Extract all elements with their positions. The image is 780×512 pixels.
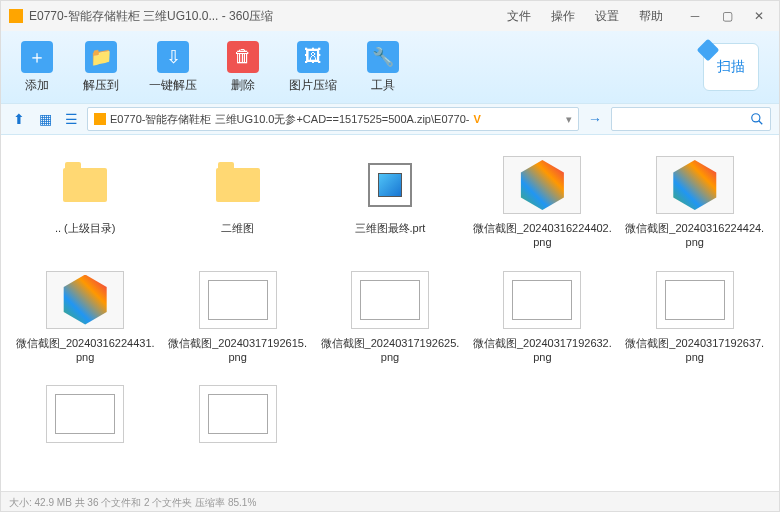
extract-button[interactable]: 📁 解压到	[83, 41, 119, 94]
thumbnail	[45, 155, 125, 215]
status-text: 大小: 42.9 MB 共 36 个文件和 2 个文件夹 压缩率 85.1%	[9, 496, 256, 510]
menu-settings[interactable]: 设置	[595, 8, 619, 25]
scan-cube-icon	[697, 39, 720, 62]
go-button[interactable]: →	[585, 109, 605, 129]
file-label: 微信截图_20240317192615.png	[168, 336, 308, 365]
file-item[interactable]: 二维图	[161, 147, 313, 258]
svg-point-0	[752, 114, 760, 122]
view-icons-button[interactable]: ▦	[35, 109, 55, 129]
pathbar: ⬆ ▦ ☰ E0770-智能存储鞋柜 三维UG10.0无参+CAD==15175…	[1, 103, 779, 135]
image-icon: 🖼	[297, 41, 329, 73]
file-grid: .. (上级目录)二维图三维图最终.prt微信截图_20240316224402…	[1, 135, 779, 491]
delete-button[interactable]: 🗑 删除	[227, 41, 259, 94]
file-item[interactable]: 微信截图_20240317192637.png	[619, 262, 771, 373]
thumbnail	[502, 155, 582, 215]
file-label: 三维图最终.prt	[355, 221, 426, 235]
add-button[interactable]: ＋ 添加	[21, 41, 53, 94]
archive-icon	[94, 113, 106, 125]
image-compress-button[interactable]: 🖼 图片压缩	[289, 41, 337, 94]
image-thumb	[351, 271, 429, 329]
tools-icon: 🔧	[367, 41, 399, 73]
toolbar: ＋ 添加 📁 解压到 ⇩ 一键解压 🗑 删除 🖼 图片压缩 🔧 工具 扫描	[1, 31, 779, 103]
thumbnail	[655, 155, 735, 215]
up-button[interactable]: ⬆	[9, 109, 29, 129]
thumbnail	[655, 270, 735, 330]
app-icon	[9, 9, 23, 23]
scan-section: 扫描	[703, 43, 759, 91]
prt-icon	[368, 163, 412, 207]
thumbnail	[45, 270, 125, 330]
file-item[interactable]: 三维图最终.prt	[314, 147, 466, 258]
folder-icon	[216, 168, 260, 202]
thumbnail	[198, 155, 278, 215]
search-input[interactable]	[611, 107, 771, 131]
folder-icon	[63, 168, 107, 202]
file-item[interactable]: 微信截图_20240316224424.png	[619, 147, 771, 258]
delete-icon: 🗑	[227, 41, 259, 73]
file-item[interactable]: 微信截图_20240316224402.png	[466, 147, 618, 258]
path-input[interactable]: E0770-智能存储鞋柜 三维UG10.0无参+CAD==1517525=500…	[87, 107, 579, 131]
image-thumb	[199, 271, 277, 329]
image-thumb	[46, 271, 124, 329]
statusbar: 大小: 42.9 MB 共 36 个文件和 2 个文件夹 压缩率 85.1%	[1, 491, 779, 512]
menu-file[interactable]: 文件	[507, 8, 531, 25]
thumbnail	[502, 270, 582, 330]
image-thumb	[503, 271, 581, 329]
menu-help[interactable]: 帮助	[639, 8, 663, 25]
svg-line-1	[759, 121, 763, 125]
path-text: E0770-智能存储鞋柜 三维UG10.0无参+CAD==1517525=500…	[110, 112, 470, 127]
thumbnail	[45, 384, 125, 444]
thumbnail	[350, 270, 430, 330]
image-thumb	[46, 385, 124, 443]
extract-icon: 📁	[85, 41, 117, 73]
titlebar: E0770-智能存储鞋柜 三维UG10.0... - 360压缩 文件 操作 设…	[1, 1, 779, 31]
file-label: 微信截图_20240316224402.png	[472, 221, 612, 250]
thumbnail	[198, 384, 278, 444]
file-label: .. (上级目录)	[55, 221, 116, 235]
file-item[interactable]	[161, 376, 313, 458]
image-thumb	[656, 271, 734, 329]
menu-operation[interactable]: 操作	[551, 8, 575, 25]
oneclick-icon: ⇩	[157, 41, 189, 73]
close-button[interactable]: ✕	[747, 4, 771, 28]
file-item[interactable]: 微信截图_20240317192632.png	[466, 262, 618, 373]
image-thumb	[656, 156, 734, 214]
file-item[interactable]	[9, 376, 161, 458]
view-list-button[interactable]: ☰	[61, 109, 81, 129]
file-label: 微信截图_20240317192637.png	[625, 336, 765, 365]
thumbnail	[350, 155, 430, 215]
oneclick-button[interactable]: ⇩ 一键解压	[149, 41, 197, 94]
file-item[interactable]: .. (上级目录)	[9, 147, 161, 258]
path-dropdown-icon[interactable]: ▾	[566, 113, 572, 126]
window-title: E0770-智能存储鞋柜 三维UG10.0... - 360压缩	[29, 8, 507, 25]
image-thumb	[503, 156, 581, 214]
file-item[interactable]: 微信截图_20240317192625.png	[314, 262, 466, 373]
scan-button[interactable]: 扫描	[703, 43, 759, 91]
window-controls: ─ ▢ ✕	[683, 4, 771, 28]
file-label: 微信截图_20240316224424.png	[625, 221, 765, 250]
search-icon	[750, 112, 764, 126]
file-item[interactable]: 微信截图_20240317192615.png	[161, 262, 313, 373]
path-badge-icon: V	[474, 113, 481, 125]
maximize-button[interactable]: ▢	[715, 4, 739, 28]
file-label: 二维图	[221, 221, 254, 235]
add-icon: ＋	[21, 41, 53, 73]
file-label: 微信截图_20240316224431.png	[15, 336, 155, 365]
menu-bar: 文件 操作 设置 帮助	[507, 8, 663, 25]
file-item[interactable]: 微信截图_20240316224431.png	[9, 262, 161, 373]
tools-button[interactable]: 🔧 工具	[367, 41, 399, 94]
image-thumb	[199, 385, 277, 443]
file-label: 微信截图_20240317192625.png	[320, 336, 460, 365]
minimize-button[interactable]: ─	[683, 4, 707, 28]
file-label: 微信截图_20240317192632.png	[472, 336, 612, 365]
thumbnail	[198, 270, 278, 330]
